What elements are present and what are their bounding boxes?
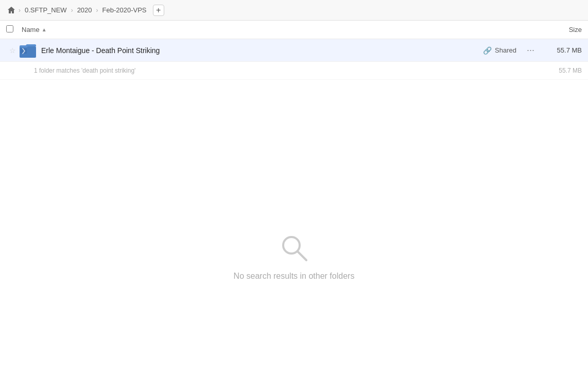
empty-state: No search results in other folders	[0, 80, 588, 371]
breadcrumb-item-3[interactable]: Feb-2020-VPS	[100, 5, 149, 15]
column-header: Name ▲ Size	[0, 21, 588, 39]
table-row[interactable]: ☆ Erle Montaigue - Death Point Striking …	[0, 39, 588, 62]
breadcrumb-sep-2: ›	[71, 7, 73, 14]
more-options-button[interactable]: ···	[523, 43, 539, 58]
select-all-checkbox[interactable]	[6, 25, 13, 32]
add-breadcrumb-button[interactable]: +	[153, 5, 164, 16]
home-icon[interactable]	[6, 5, 16, 15]
sort-arrow-icon: ▲	[42, 27, 47, 32]
match-total-size: 55.7 MB	[559, 67, 582, 74]
name-column-label: Name	[22, 26, 40, 33]
file-size: 55.7 MB	[541, 46, 582, 54]
file-name: Erle Montaigue - Death Point Striking	[41, 46, 483, 55]
link-icon: 🔗	[483, 46, 492, 55]
breadcrumb-item-2[interactable]: 2020	[75, 5, 94, 15]
match-count-text: 1 folder matches 'death point striking'	[34, 67, 135, 74]
breadcrumb-sep-3: ›	[96, 7, 98, 14]
breadcrumb-bar: › 0.SFTP_NEW › 2020 › Feb-2020-VPS +	[0, 0, 588, 21]
content-area: ☆ Erle Montaigue - Death Point Striking …	[0, 39, 588, 371]
name-column-header[interactable]: Name ▲	[22, 26, 530, 33]
size-column-header[interactable]: Size	[530, 26, 582, 33]
svg-line-3	[298, 251, 306, 260]
no-results-search-icon	[279, 232, 309, 263]
select-all-checkbox-container[interactable]	[6, 25, 22, 34]
star-icon[interactable]: ☆	[6, 46, 19, 55]
shared-badge: 🔗 Shared	[483, 46, 516, 55]
breadcrumb-sep-1: ›	[19, 7, 21, 14]
breadcrumb: › 0.SFTP_NEW › 2020 › Feb-2020-VPS +	[6, 5, 164, 16]
no-results-text: No search results in other folders	[234, 272, 355, 281]
match-info-bar: 1 folder matches 'death point striking' …	[0, 62, 588, 80]
shared-label: Shared	[495, 46, 516, 54]
folder-icon	[19, 41, 37, 60]
breadcrumb-item-1[interactable]: 0.SFTP_NEW	[23, 5, 69, 15]
